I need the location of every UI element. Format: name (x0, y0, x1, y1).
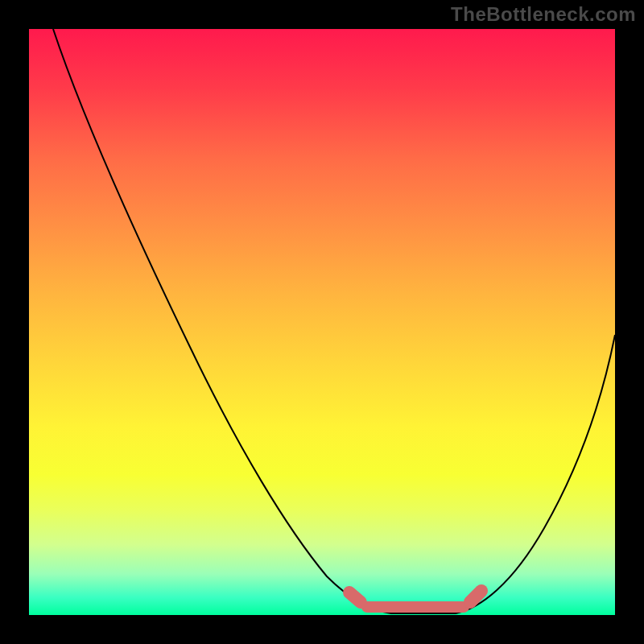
plot-area (29, 29, 615, 615)
curve-left-limb (53, 29, 391, 613)
optimal-range-marker-right (470, 591, 481, 602)
curve-right-limb (456, 335, 615, 613)
chart-frame: TheBottleneck.com (0, 0, 644, 644)
watermark-text: TheBottleneck.com (451, 3, 636, 26)
chart-svg (29, 29, 615, 615)
optimal-range-marker-left (349, 592, 361, 602)
